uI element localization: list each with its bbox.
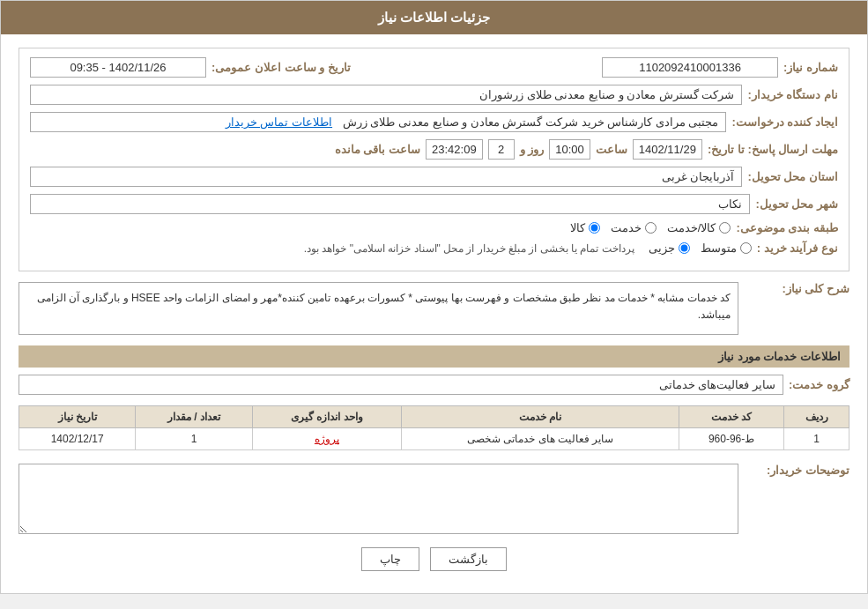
shahr-row: شهر محل تحویل: نکاب <box>30 194 838 214</box>
radio-motavaset-input[interactable] <box>740 242 752 254</box>
saat-label: ساعت <box>596 143 627 156</box>
ijad-konande-text: مجتبی مرادی کارشناس خرید شرکت گسترش معاد… <box>343 115 719 129</box>
ijad-konande-value: مجتبی مرادی کارشناس خرید شرکت گسترش معاد… <box>30 112 726 132</box>
table-row: 1ط-96-960سایر فعالیت های خدماتی شخصیپروژ… <box>19 428 849 450</box>
tozihat-input[interactable] <box>19 464 738 534</box>
col-tarikh: تاریخ نیاز <box>19 406 136 428</box>
radio-motavaset: متوسط <box>701 241 752 255</box>
page-container: جزئیات اطلاعات نیاز شماره نیاز: 11020924… <box>0 0 868 594</box>
table-cell: سایر فعالیت های خدماتی شخصی <box>402 428 679 450</box>
col-radif: ردیف <box>784 406 849 428</box>
tozihat-row: توضیحات خریدار: <box>19 464 849 534</box>
radio-kala-label: کالا <box>570 221 585 234</box>
saat-value: 10:00 <box>549 139 590 160</box>
tabaqebandi-label: طبقه بندی موضوعی: <box>736 221 838 234</box>
radio-kala: کالا <box>570 221 600 234</box>
shahr-label: شهر محل تحویل: <box>755 197 838 211</box>
shomare-niaz-value: 1102092410001336 <box>602 57 778 78</box>
nam-dastgah-label: نام دستگاه خریدار: <box>747 88 838 101</box>
khadamat-section-title: اطلاعات خدمات مورد نیاز <box>19 345 849 368</box>
mohlat-row: مهلت ارسال پاسخ: تا تاریخ: 1402/11/29 سا… <box>30 139 838 160</box>
date-value: 1402/11/29 <box>633 139 702 160</box>
saat-baghi-label: ساعت باقی مانده <box>335 143 420 156</box>
noe-farayand-radio-group: متوسط جزیی <box>649 241 752 255</box>
tarikh-elan-value: 1402/11/26 - 09:35 <box>30 57 206 78</box>
btn-row: بازگشت چاپ <box>19 547 849 571</box>
radio-motavaset-label: متوسط <box>701 241 737 255</box>
radio-kala-input[interactable] <box>589 222 600 234</box>
radio-kalaKhadamat-input[interactable] <box>719 222 731 234</box>
grouh-khadamat-value: سایر فعالیت‌های خدماتی <box>19 375 783 395</box>
shomare-niaz-label: شماره نیاز: <box>783 61 838 74</box>
radio-jozyi-input[interactable] <box>679 242 690 254</box>
page-title: جزئیات اطلاعات نیاز <box>378 10 490 25</box>
ijad-konande-label: ایجاد کننده درخواست: <box>731 115 838 129</box>
ostan-row: استان محل تحویل: آذربایجان غربی <box>30 167 838 187</box>
rooz-value: 2 <box>488 139 515 160</box>
table-cell: پروژه <box>252 428 401 450</box>
tabaqebandi-row: طبقه بندی موضوعی: کالا/خدمت خدمت کالا <box>30 221 838 234</box>
radio-kalaKhadamat: کالا/خدمت <box>667 221 731 234</box>
ostan-value: آذربایجان غربی <box>30 167 742 187</box>
radio-khadamat-input[interactable] <box>645 222 657 234</box>
tozihat-label: توضیحات خریدار: <box>744 464 849 477</box>
col-nam: نام خدمت <box>402 406 679 428</box>
print-button[interactable]: چاپ <box>361 547 419 571</box>
tarikh-elan-label: تاریخ و ساعت اعلان عمومی: <box>211 61 351 74</box>
saat-baghi-value: 23:42:09 <box>426 139 483 160</box>
ostan-label: استان محل تحویل: <box>747 170 838 183</box>
radio-khadamat-label: خدمت <box>611 221 642 234</box>
ijad-konande-row: ایجاد کننده درخواست: مجتبی مرادی کارشناس… <box>30 112 838 132</box>
radio-jozyi-label: جزیی <box>649 241 675 255</box>
table-cell: 1 <box>136 428 252 450</box>
col-tedad: تعداد / مقدار <box>136 406 252 428</box>
sharh-text: کد خدمات مشابه * خدمات مد نظر طبق مشخصات… <box>19 282 738 335</box>
table-cell: 1402/12/17 <box>19 428 136 450</box>
noe-farayand-label: نوع فرآیند خرید : <box>757 241 838 255</box>
shahr-value: نکاب <box>30 194 750 214</box>
sharh-row: شرح کلی نیاز: کد خدمات مشابه * خدمات مد … <box>19 282 849 335</box>
noe-farayand-desc: پرداخت تمام یا بخشی از مبلغ خریدار از مح… <box>304 242 634 255</box>
rooz-label: روز و <box>520 143 545 156</box>
mohlat-label: مهلت ارسال پاسخ: تا تاریخ: <box>708 143 838 156</box>
sharh-label: شرح کلی نیاز: <box>744 282 849 295</box>
radio-jozyi: جزیی <box>649 241 690 255</box>
page-header: جزئیات اطلاعات نیاز <box>1 1 867 34</box>
services-table-section: ردیف کد خدمت نام خدمت واحد اندازه گیری ت… <box>19 405 849 450</box>
noe-farayand-row: نوع فرآیند خرید : متوسط جزیی پرداخت تمام… <box>30 241 838 255</box>
tabaqebandi-radio-group: کالا/خدمت خدمت کالا <box>570 221 731 234</box>
back-button[interactable]: بازگشت <box>430 547 507 571</box>
grouh-khadamat-row: گروه خدمت: سایر فعالیت‌های خدماتی <box>19 375 849 395</box>
col-vahed: واحد اندازه گیری <box>252 406 401 428</box>
table-cell: ط-96-960 <box>679 428 783 450</box>
services-table: ردیف کد خدمت نام خدمت واحد اندازه گیری ت… <box>19 405 849 450</box>
nam-dastgah-row: نام دستگاه خریدار: شرکت گسترش معادن و صن… <box>30 85 838 105</box>
table-cell: 1 <box>784 428 849 450</box>
main-info-section: شماره نیاز: 1102092410001336 تاریخ و ساع… <box>19 48 849 271</box>
shomare-tarikh-row: شماره نیاز: 1102092410001336 تاریخ و ساع… <box>30 57 838 78</box>
col-kod: کد خدمت <box>679 406 783 428</box>
ettelaat-tamas-link[interactable]: اطلاعات تماس خریدار <box>226 115 332 129</box>
content-area: شماره نیاز: 1102092410001336 تاریخ و ساع… <box>1 34 867 593</box>
grouh-khadamat-label: گروه خدمت: <box>789 378 849 391</box>
radio-khadamat: خدمت <box>611 221 657 234</box>
nam-dastgah-value: شرکت گسترش معادن و صنایع معدنی طلای زرشو… <box>30 85 742 105</box>
radio-kalaKhadamat-label: کالا/خدمت <box>667 221 716 234</box>
